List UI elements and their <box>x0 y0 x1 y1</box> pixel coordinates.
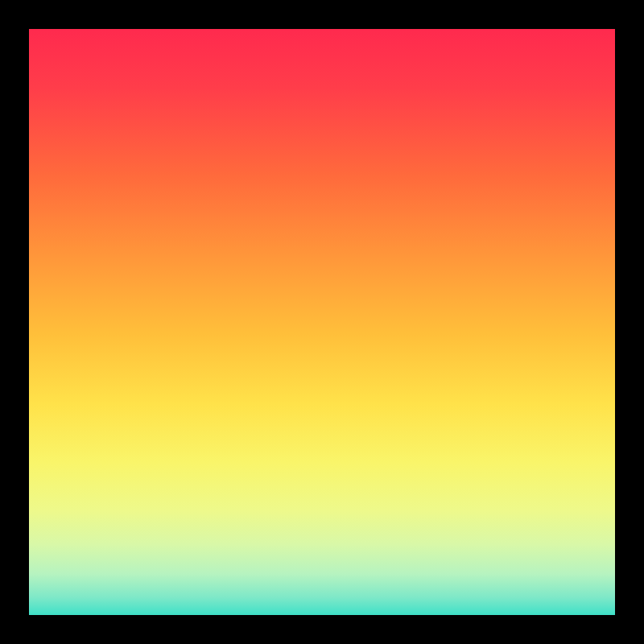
chart-frame <box>0 0 644 644</box>
chart-svg <box>29 29 615 615</box>
